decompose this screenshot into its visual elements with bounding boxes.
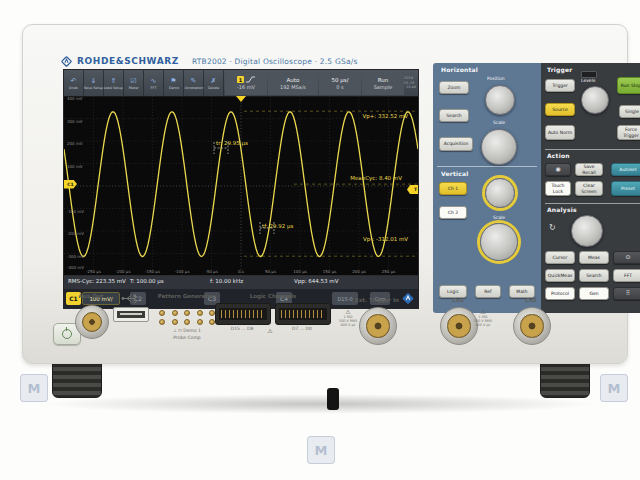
camera-button[interactable]: ◉ [545, 163, 571, 176]
waveform-plot [64, 96, 418, 276]
acquisition-mode-value: Sample [374, 84, 393, 90]
annotation-button[interactable]: ✎Annotation [184, 70, 204, 96]
x-axis-label: -200 μs [116, 269, 131, 274]
oscilloscope-screen: ↶Undo⇓Save Setup⇑Load Setup☑Meter∿FFT⚑De… [63, 69, 419, 309]
device-shadow [40, 394, 600, 414]
search-button[interactable]: Search [439, 109, 469, 122]
intensity-button[interactable]: ⊙ [613, 251, 640, 264]
acquisition-button[interactable]: Acquisition [439, 137, 473, 151]
aux-out-label: Aux Out [79, 293, 104, 299]
rise-time-annotation: tr: 29.95 μs [216, 140, 248, 146]
trigger-status-segment[interactable]: 1 -16 mV [225, 71, 267, 95]
horizontal-section-title: Horizontal [441, 66, 478, 73]
run-stop-button[interactable]: Run Stop [617, 77, 640, 94]
delete-icon: ✗ [211, 77, 217, 85]
y-axis-label: 200 mV [67, 142, 83, 146]
brand-name: ROHDE&SCHWARZ [77, 56, 179, 66]
horizontal-scale-knob[interactable] [481, 129, 517, 165]
y-axis-label: -400 mV [67, 266, 84, 270]
clear-screen-button[interactable]: Clear Screen [575, 181, 603, 196]
preset-button[interactable]: Preset [611, 181, 640, 196]
watermark: M [20, 374, 48, 402]
ext-trigger-warning: ⚠ 1 MΩ 300 V RMS 400 V pk [339, 309, 357, 327]
pattern-pin [159, 310, 165, 316]
fft-button[interactable]: FFT [613, 269, 640, 282]
trigger-source-button[interactable]: Source [545, 103, 575, 116]
force-trigger-button[interactable]: Force Trigger [617, 125, 640, 140]
delete-button[interactable]: ✗Delete [204, 70, 224, 96]
panel-divider [545, 149, 640, 150]
meas-button[interactable]: Meas [579, 251, 609, 264]
rohde-schwarz-logo-icon [61, 56, 72, 67]
gen-button[interactable]: Gen [579, 287, 609, 300]
save-setup-button[interactable]: ⇓Save Setup [84, 70, 104, 96]
single-button[interactable]: Single [619, 105, 640, 118]
demo-label: ⊥ ⊓ Demo 1 [173, 328, 201, 333]
frequency-readout: f: 10.00 kHz [210, 278, 243, 284]
ref-button[interactable]: Ref [475, 285, 501, 298]
pattern-generator-pins [159, 310, 215, 325]
acquisition-state-value: Run [378, 77, 389, 83]
fft-button[interactable]: ∿FFT [144, 70, 164, 96]
autoset-button[interactable]: Autoset [611, 163, 640, 176]
brand-row: ROHDE&SCHWARZ RTB2002 · Digital Oscillos… [61, 54, 358, 68]
ext-trigger-label: Ext. Trigger In [355, 297, 399, 303]
navigation-knob[interactable] [571, 215, 603, 247]
panel-divider [437, 166, 537, 167]
run-status-segment[interactable]: Run Sample [362, 71, 404, 95]
x-axis-label: -50 μs [205, 269, 217, 274]
vpp-readout: Vpp: 644.53 mV [294, 278, 338, 284]
trigger-menu-button[interactable]: Trigger [545, 79, 575, 92]
cursor-button[interactable]: Cursor [545, 251, 575, 264]
cable-stub [327, 388, 339, 410]
vertical-position-knob[interactable] [485, 178, 515, 208]
screen-toolbar: ↶Undo⇓Save Setup⇑Load Setup☑Meter∿FFT⚑De… [64, 70, 418, 96]
y-axis-label: 400 mV [67, 97, 83, 101]
auto-norm-button[interactable]: Auto Norm [545, 125, 575, 140]
waveform-display[interactable]: 400 mV300 mV200 mV100 mV-100 mV-200 mV-3… [64, 96, 418, 276]
protocol-button[interactable]: Protocol [545, 287, 575, 300]
touch-lock-button[interactable]: Touch Lock [545, 181, 571, 196]
load-setup-button[interactable]: ⇑Load Setup [104, 70, 124, 96]
probe-comp-label: Probe Comp [173, 335, 200, 340]
timebase-status-segment[interactable]: 50 μs/ 0 s [319, 71, 361, 95]
search-analysis-button[interactable]: Search [579, 269, 609, 282]
zoom-button[interactable]: Zoom [439, 81, 469, 94]
action-section-title: Action [547, 152, 570, 159]
channel-1-button[interactable]: Ch 1 [439, 182, 467, 195]
watermark: M [600, 374, 628, 402]
quickmeas-button[interactable]: QuickMeas [545, 269, 575, 282]
apps-button[interactable]: ⠿ [613, 287, 640, 300]
vp-minus-annotation: Vp-: -312.01 mV [363, 236, 408, 242]
undo-icon: ↶ [71, 77, 77, 85]
vertical-scale-knob[interactable] [480, 223, 518, 261]
time-value: 10:49 [406, 85, 416, 90]
save-setup-icon: ⇓ [91, 77, 97, 85]
trigger-position-marker[interactable] [236, 96, 246, 102]
trigger-level-value: -16 mV [237, 84, 255, 90]
watermark: M [307, 436, 335, 464]
logic-channels-label: Logic Channels [250, 293, 297, 299]
annotation-icon: ✎ [191, 77, 197, 85]
horizontal-position-knob[interactable] [485, 85, 515, 115]
meter-button[interactable]: ☑Meter [124, 70, 144, 96]
trigger-levels-knob[interactable] [581, 86, 609, 114]
demo-icon: ⚑ [170, 77, 176, 85]
oscilloscope-body: ROHDE&SCHWARZ RTB2002 · Digital Oscillos… [22, 24, 628, 364]
y-axis-label: -100 mV [67, 210, 84, 214]
acquisition-status-segment[interactable]: Auto 192 MSa/s [268, 71, 318, 95]
save-recall-button[interactable]: Save Recall [575, 163, 603, 176]
trigger-section-title: Trigger [547, 66, 572, 73]
usb-port [113, 307, 149, 322]
ch2-label: Ch2 [525, 297, 537, 303]
camera-icon: ◉ [555, 166, 560, 173]
pattern-pin [159, 319, 165, 325]
usb-icon [121, 294, 137, 303]
trigger-led-window [581, 71, 597, 78]
channel-2-button[interactable]: Ch 2 [439, 206, 467, 219]
logic-warning-icon: ⚠ [267, 328, 272, 334]
undo-button[interactable]: ↶Undo [64, 70, 84, 96]
navigation-arrow-icon: ↻ [549, 223, 556, 232]
fft-icon: ∿ [151, 77, 157, 85]
demo-button[interactable]: ⚑Demo [164, 70, 184, 96]
